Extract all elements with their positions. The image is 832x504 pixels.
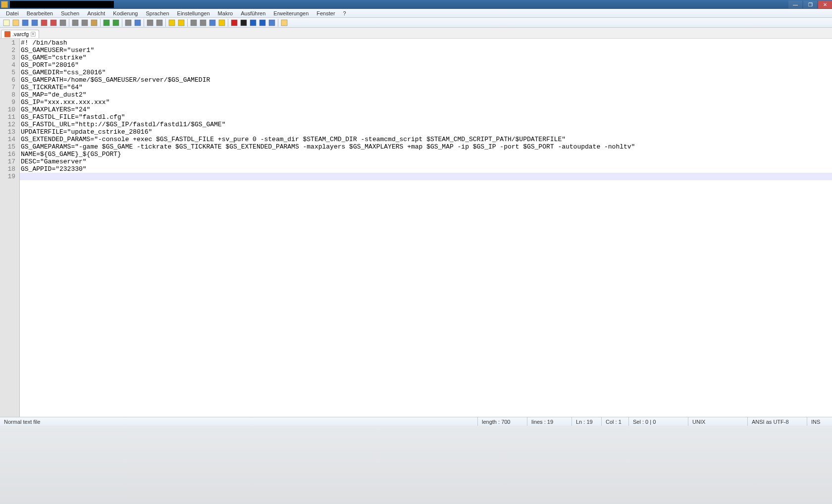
- play-icon[interactable]: [249, 18, 258, 27]
- save-icon[interactable]: [21, 18, 30, 27]
- maximize-button[interactable]: ❐: [803, 0, 817, 8]
- line-number: 2: [0, 47, 19, 54]
- menu-bearbeiten[interactable]: Bearbeiten: [23, 10, 57, 17]
- sync-v-icon[interactable]: [167, 18, 176, 27]
- save-macro-icon[interactable]: [267, 18, 276, 27]
- toolbar-separator: [165, 19, 166, 27]
- stop-icon[interactable]: [239, 18, 248, 27]
- current-line-highlight: [20, 173, 832, 180]
- menu-erweiterungen[interactable]: Erweiterungen: [269, 10, 312, 17]
- menu-kodierung[interactable]: Kodierung: [109, 10, 142, 17]
- record-icon[interactable]: [230, 18, 239, 27]
- sync-h-icon[interactable]: [177, 18, 186, 27]
- save-all-icon[interactable]: [30, 18, 39, 27]
- line-number: 6: [0, 76, 19, 84]
- toolbar-separator: [69, 19, 69, 27]
- menubar: DateiBearbeitenSuchenAnsichtKodierungSpr…: [0, 9, 832, 18]
- menu-ausführen[interactable]: Ausführen: [237, 10, 269, 17]
- code-line[interactable]: GS_TICKRATE="64": [20, 84, 832, 91]
- titlebar: — ❐ ✕: [0, 0, 832, 9]
- close-all-icon[interactable]: [49, 18, 58, 27]
- code-line[interactable]: GS_FASTDL_URL="http://$GS_IP/fastdl/fast…: [20, 121, 832, 128]
- line-number: 11: [0, 113, 19, 121]
- code-area[interactable]: #! /bin/bashGS_GAMEUSER="user1"GS_GAME="…: [20, 39, 832, 417]
- menu-suchen[interactable]: Suchen: [57, 10, 83, 17]
- line-number: 5: [0, 69, 19, 76]
- code-line[interactable]: GS_GAME="cstrike": [20, 54, 832, 61]
- svg-rect-0: [3, 20, 9, 26]
- menu-?[interactable]: ?: [339, 10, 350, 17]
- close-window-button[interactable]: ✕: [818, 0, 832, 8]
- line-number: 4: [0, 61, 19, 69]
- code-line[interactable]: GS_APPID="232330": [20, 165, 832, 173]
- code-line[interactable]: DESC="Gameserver": [20, 158, 832, 165]
- line-number: 8: [0, 91, 19, 99]
- code-line[interactable]: #! /bin/bash: [20, 39, 832, 47]
- editor[interactable]: 12345678910111213141516171819 #! /bin/ba…: [0, 39, 832, 417]
- menu-einstellungen[interactable]: Einstellungen: [173, 10, 214, 17]
- svg-rect-20: [209, 20, 215, 26]
- menu-datei[interactable]: Datei: [2, 10, 23, 17]
- code-line[interactable]: GS_PORT="28016": [20, 61, 832, 69]
- status-ln: Ln : 19: [572, 417, 602, 426]
- svg-rect-11: [113, 20, 119, 26]
- svg-rect-26: [269, 20, 275, 26]
- line-number-gutter: 12345678910111213141516171819: [0, 39, 20, 417]
- code-line[interactable]: GS_MAXPLAYERS="24": [20, 106, 832, 113]
- folder-icon[interactable]: [280, 18, 289, 27]
- code-line[interactable]: GS_GAMEPATH=/home/$GS_GAMEUSER/server/$G…: [20, 76, 832, 84]
- code-line[interactable]: GS_GAMEDIR="css_28016": [20, 69, 832, 76]
- tab-close-button[interactable]: ✕: [31, 32, 36, 37]
- undo-icon[interactable]: [102, 18, 111, 27]
- minimize-button[interactable]: —: [788, 0, 802, 8]
- code-line[interactable]: GS_IP="xxx.xxx.xxx.xxx": [20, 99, 832, 106]
- svg-rect-9: [91, 20, 97, 26]
- play-multi-icon[interactable]: [258, 18, 267, 27]
- code-line[interactable]: GS_FASTDL_FILE="fastdl.cfg": [20, 113, 832, 121]
- svg-rect-21: [219, 20, 225, 26]
- svg-rect-15: [156, 20, 162, 26]
- statusbar: Normal text file length : 700 lines : 19…: [0, 417, 832, 426]
- svg-rect-22: [231, 20, 237, 26]
- code-line[interactable]: GS_GAMEPARAMS="-game $GS_GAME -tickrate …: [20, 143, 832, 151]
- status-lines: lines : 19: [527, 417, 572, 426]
- zoom-out-icon[interactable]: [155, 18, 164, 27]
- menu-ansicht[interactable]: Ansicht: [83, 10, 109, 17]
- zoom-in-icon[interactable]: [146, 18, 155, 27]
- status-col: Col : 1: [602, 417, 629, 426]
- status-eol: UNIX: [688, 417, 748, 426]
- paste-icon[interactable]: [90, 18, 99, 27]
- code-line[interactable]: GS_MAP="de_dust2": [20, 91, 832, 99]
- status-encoding: ANSI as UTF-8: [748, 417, 807, 426]
- line-number: 1: [0, 39, 19, 47]
- status-filetype: Normal text file: [0, 417, 478, 426]
- all-chars-icon[interactable]: [199, 18, 208, 27]
- svg-rect-3: [32, 20, 38, 26]
- title-redacted: [10, 1, 114, 8]
- menu-sprachen[interactable]: Sprachen: [142, 10, 173, 17]
- menu-fenster[interactable]: Fenster: [312, 10, 339, 17]
- code-line[interactable]: GS_GAMEUSER="user1": [20, 47, 832, 54]
- print-icon[interactable]: [58, 18, 67, 27]
- close-icon[interactable]: [40, 18, 49, 27]
- code-line[interactable]: UPDATERFILE="update_cstrike_28016": [20, 128, 832, 136]
- svg-rect-19: [200, 20, 206, 26]
- indent-icon[interactable]: [208, 18, 217, 27]
- redo-icon[interactable]: [111, 18, 120, 27]
- toolbar-separator: [278, 19, 278, 27]
- code-line[interactable]: GS_EXTENDED_PARAMS="-console +exec $GS_F…: [20, 136, 832, 143]
- replace-icon[interactable]: [133, 18, 142, 27]
- wordwrap-icon[interactable]: [189, 18, 198, 27]
- menu-makro[interactable]: Makro: [214, 10, 237, 17]
- open-file-icon[interactable]: [11, 18, 20, 27]
- cut-icon[interactable]: [71, 18, 80, 27]
- tab-varcfg[interactable]: .varcfg ✕: [1, 30, 39, 38]
- line-number: 16: [0, 151, 19, 158]
- code-line[interactable]: NAME=${GS_GAME}_${GS_PORT}: [20, 151, 832, 158]
- new-file-icon[interactable]: [2, 18, 11, 27]
- line-number: 19: [0, 173, 19, 180]
- svg-rect-24: [250, 20, 256, 26]
- copy-icon[interactable]: [80, 18, 89, 27]
- lang-icon[interactable]: [217, 18, 226, 27]
- find-icon[interactable]: [124, 18, 133, 27]
